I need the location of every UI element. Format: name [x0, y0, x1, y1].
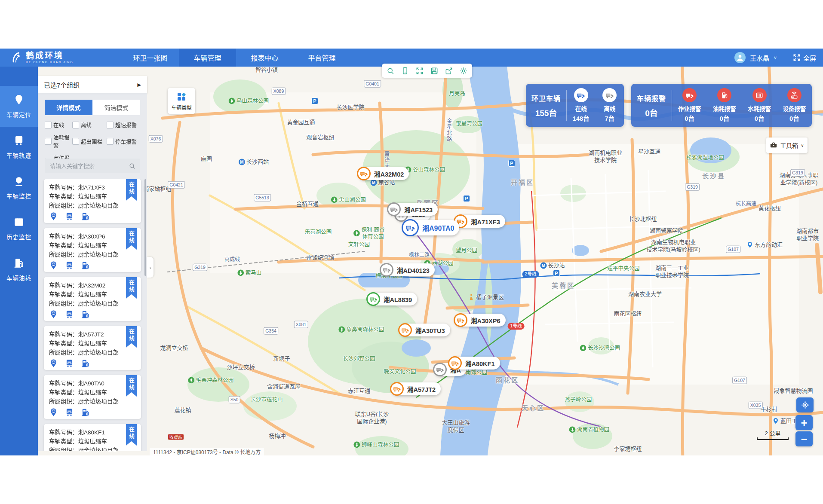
checkbox[interactable] — [72, 138, 79, 145]
alarm-stat-label: 设备报警 — [783, 104, 806, 113]
vehicle-marker-湘A80KF1[interactable]: 湘A80KF1 — [450, 357, 500, 370]
card-fuel-icon[interactable] — [81, 212, 90, 221]
filter-超出围栏[interactable]: 超出围栏 — [72, 133, 107, 150]
org-header[interactable]: 已选7个组织 ▶ — [38, 76, 147, 93]
card-fuel-icon[interactable] — [81, 359, 90, 368]
sidebar-item-车辆定位[interactable]: 车辆定位 — [0, 86, 38, 127]
map-place-label: 联东U谷(长沙 国际企业港) — [355, 411, 389, 425]
card-track-icon[interactable] — [65, 212, 74, 221]
share-icon[interactable] — [445, 67, 453, 75]
card-fuel-icon[interactable] — [81, 261, 90, 270]
truck-icon — [454, 313, 467, 327]
card-locate-icon[interactable] — [49, 310, 58, 319]
search-input[interactable] — [49, 162, 129, 170]
truck-icon — [366, 292, 380, 306]
user-name[interactable]: 王水晶 — [750, 53, 769, 62]
card-track-icon[interactable] — [65, 359, 74, 368]
card-fuel-icon[interactable] — [81, 310, 90, 319]
card-track-icon[interactable] — [65, 408, 74, 417]
card-locate-icon[interactable] — [49, 359, 58, 368]
mode-tabs: 详情模式简洁模式 — [45, 100, 140, 115]
alarm-stat-油耗报警[interactable]: 油耗报警0台 — [707, 88, 742, 122]
sidebar-item-车辆油耗[interactable]: 车辆油耗 — [0, 249, 38, 290]
search-box[interactable] — [45, 159, 140, 173]
map-label-text: 黄花枢纽 — [759, 205, 781, 212]
vehicle-card[interactable]: 车牌号码：湘A90TA0车辆类型：垃圾压缩车所属组织：厨余垃圾项目部在线 — [44, 375, 141, 419]
offline-stat[interactable]: 离线 7台 — [596, 88, 624, 122]
vehicle-marker-湘A30XP6[interactable]: 湘A30XP6 — [455, 314, 506, 327]
alarm-stat-设备报警[interactable]: 设备报警0台 — [777, 88, 812, 122]
user-avatar[interactable] — [734, 52, 746, 63]
nav-item-平台管理[interactable]: 平台管理 — [293, 49, 350, 67]
checkbox[interactable] — [107, 138, 114, 145]
panel-collapse-handle[interactable]: ‹ — [147, 257, 154, 278]
map-label-text: 长沙北枢纽 — [629, 216, 657, 223]
map-label-text: P — [510, 160, 513, 166]
settings-gear-icon[interactable] — [459, 67, 468, 75]
map-label-text: S50 — [230, 397, 239, 403]
map-label-text: 开福区 — [511, 178, 534, 187]
vehicle-card[interactable]: 车牌号码：湘A80KF1车辆类型：垃圾压缩车所属组织：厨余垃圾项目部在线 — [44, 424, 141, 451]
map-label-text: 雨花区 — [496, 376, 519, 385]
filter-停车报警[interactable]: 停车报警 — [107, 133, 142, 150]
alarm-stat-作业报警[interactable]: 作业报警0台 — [672, 88, 707, 122]
filter-油耗报警[interactable]: 油耗报警 — [45, 133, 72, 150]
online-stat[interactable]: 在线 148台 — [567, 88, 596, 122]
locate-button[interactable] — [796, 397, 814, 412]
list-scrollbar[interactable] — [144, 179, 146, 276]
card-locate-icon[interactable] — [49, 261, 58, 270]
toolbox-button[interactable]: 工具箱 ∨ — [766, 137, 808, 153]
vehicle-card[interactable]: 车牌号码：湘A71XF3车辆类型：垃圾压缩车所属组织：厨余垃圾项目部在线 — [44, 179, 141, 223]
zoom-out-button[interactable]: − — [795, 431, 813, 446]
checkbox[interactable] — [45, 138, 52, 145]
filter-离线[interactable]: 离线 — [72, 121, 107, 129]
map-label-text: 月亮岛 — [449, 90, 465, 97]
tab-简洁模式[interactable]: 简洁模式 — [92, 100, 140, 115]
sidebar-item-车辆监控[interactable]: 车辆监控 — [0, 168, 38, 208]
nav-item-报表中心[interactable]: 报表中心 — [236, 49, 293, 67]
card-fuel-icon[interactable] — [81, 408, 90, 417]
vehicle-marker-湘AL8839[interactable]: 湘AL8839 — [368, 293, 417, 305]
sidebar-item-车辆轨迹[interactable]: 车辆轨迹 — [0, 127, 38, 168]
vehicle-marker-湘AD40123[interactable]: 湘AD40123 — [381, 263, 435, 276]
nav-item-车辆管理[interactable]: 车辆管理 — [179, 49, 236, 67]
vehicle-marker-湘A90TA0[interactable]: 湘A90TA0 — [403, 220, 459, 235]
vehicle-card[interactable]: 车牌号码：湘A32M02车辆类型：垃圾压缩车所属组织：厨余垃圾项目部在线 — [44, 277, 141, 321]
vehicle-card[interactable]: 车牌号码：湘A30XP6车辆类型：垃圾压缩车所属组织：厨余垃圾项目部在线 — [44, 228, 141, 272]
vehicle-marker-湘A57JT2[interactable]: 湘A57JT2 — [392, 382, 441, 395]
fullscreen-button[interactable]: 全屏 — [792, 53, 816, 62]
nav-item-环卫一张图[interactable]: 环卫一张图 — [122, 49, 179, 67]
tab-详情模式[interactable]: 详情模式 — [45, 100, 92, 115]
filter-超速报警[interactable]: 超速报警 — [107, 121, 142, 129]
save-icon[interactable] — [430, 67, 439, 75]
tablet-icon[interactable] — [401, 67, 409, 75]
water-icon — [752, 88, 767, 102]
vehicle-marker-湘A71XF3[interactable]: 湘A71XF3 — [455, 215, 505, 228]
vehicle-card[interactable]: 车牌号码：湘A57JT2车辆类型：垃圾压缩车所属组织：厨余垃圾项目部在线 — [44, 326, 141, 370]
sidebar-item-历史监控[interactable]: 历史监控 — [0, 208, 38, 249]
vehicle-marker-湘A32M02[interactable]: 湘A32M02 — [359, 167, 409, 180]
search-icon[interactable] — [129, 162, 136, 170]
vehicle-type-button[interactable]: 车辆类型 — [168, 88, 195, 114]
alarm-stat-水耗报警[interactable]: 水耗报警0台 — [742, 88, 777, 122]
card-locate-icon[interactable] — [49, 408, 58, 417]
map-district-label: 长沙县 — [702, 172, 725, 180]
zoom-in-button[interactable]: + — [795, 415, 813, 430]
card-locate-icon[interactable] — [49, 212, 58, 221]
checkbox[interactable] — [72, 122, 79, 128]
vehicle-marker-湘A30TU3[interactable]: 湘A30TU3 — [400, 324, 450, 336]
user-chevron-down-icon[interactable]: ∨ — [774, 55, 777, 61]
filter-在线[interactable]: 在线 — [45, 121, 72, 129]
vehicle-marker-湘AF1523[interactable]: 湘AF1523 — [389, 203, 438, 216]
zoom-search-icon[interactable] — [386, 67, 395, 75]
vehicle-org: 所属组织：厨余垃圾项目部 — [49, 299, 136, 308]
card-track-icon[interactable] — [65, 310, 74, 319]
map-label-text: 干杉村 — [760, 406, 777, 413]
checkbox[interactable] — [107, 122, 114, 128]
camera-icon — [13, 176, 25, 189]
card-track-icon[interactable] — [65, 261, 74, 270]
expand-icon[interactable] — [415, 67, 424, 75]
map-label-text: 联东U谷(长沙 国际企业港) — [355, 411, 389, 425]
org-expand-icon[interactable]: ▶ — [138, 82, 141, 88]
checkbox[interactable] — [45, 122, 52, 128]
